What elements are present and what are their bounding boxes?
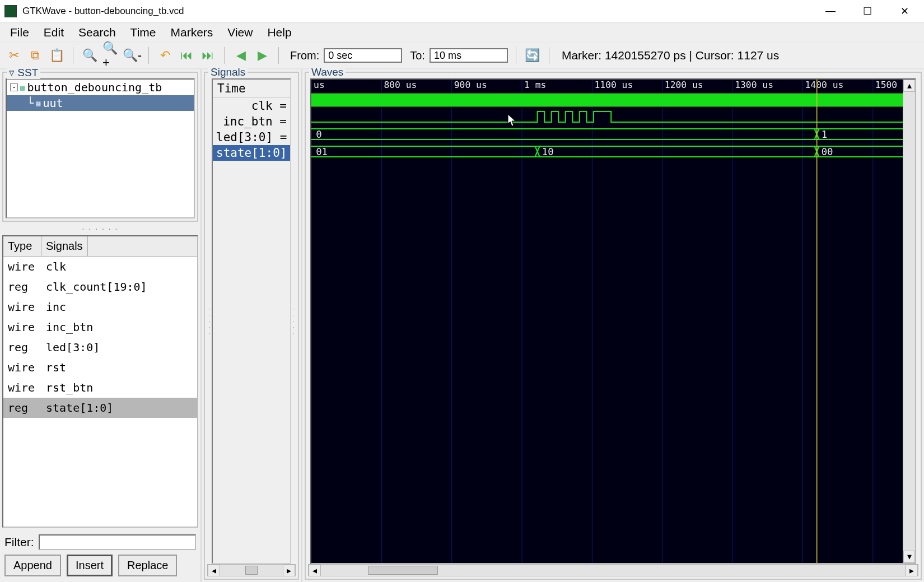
scroll-left-icon[interactable]: ◂: [309, 565, 321, 576]
signal-type: wire: [8, 260, 46, 273]
reload-icon[interactable]: 🔄: [524, 47, 541, 64]
table-row[interactable]: wireclk: [3, 257, 197, 277]
scroll-down-icon[interactable]: ▾: [903, 551, 915, 563]
menu-edit[interactable]: Edit: [40, 25, 67, 40]
sst-column: ▿ SST - ▦ button_debouncing_tb └ ▦ uut ·…: [0, 69, 202, 582]
scroll-left-icon[interactable]: ◂: [208, 565, 220, 576]
to-label: To:: [410, 49, 425, 62]
signals-column: Signals ····· Time clk =inc_btn =led[3:0…: [202, 69, 302, 582]
paste-icon[interactable]: 📋: [48, 47, 65, 64]
signal-list-item[interactable]: led[3:0] =: [213, 129, 290, 145]
signal-list-item[interactable]: state[1:0] =: [213, 145, 290, 161]
minimize-button[interactable]: —: [822, 5, 839, 17]
table-row[interactable]: regclk_count[19:0]: [3, 277, 197, 297]
maximize-button[interactable]: ☐: [859, 5, 876, 17]
svg-text:us: us: [314, 80, 325, 90]
signal-type: wire: [8, 320, 46, 334]
table-row[interactable]: regstate[1:0]: [3, 398, 197, 418]
signal-type: wire: [8, 361, 46, 374]
zoom-fit-icon[interactable]: 🔍: [81, 47, 98, 64]
tree-root[interactable]: - ▦ button_debouncing_tb: [7, 80, 194, 95]
vsplit-handle-right[interactable]: ·····: [291, 78, 296, 564]
table-row[interactable]: wireinc: [3, 297, 197, 317]
tree-expand-icon[interactable]: -: [10, 83, 18, 91]
marker-cursor-status: Marker: 1420155270 ps | Cursor: 1127 us: [562, 49, 779, 62]
signal-list-item[interactable]: clk =: [213, 98, 290, 114]
svg-text:800 us: 800 us: [384, 80, 417, 90]
signal-type: wire: [8, 381, 46, 394]
zoom-in-icon[interactable]: 🔍+: [102, 47, 119, 64]
from-label: From:: [290, 49, 319, 62]
table-row[interactable]: wireinc_btn: [3, 317, 197, 337]
svg-text:1300 us: 1300 us: [735, 80, 773, 90]
waves-hscroll[interactable]: ◂ ▸: [308, 564, 918, 576]
signal-name: state[1:0]: [46, 401, 113, 415]
table-row[interactable]: wirerst_btn: [3, 378, 197, 398]
prev-edge-icon[interactable]: ◀: [232, 47, 249, 64]
signals-hscroll[interactable]: ◂ ▸: [207, 564, 296, 576]
append-button[interactable]: Append: [4, 555, 61, 576]
menu-markers[interactable]: Markers: [167, 25, 216, 40]
signal-name: rst_btn: [46, 381, 93, 394]
app-icon: [4, 5, 17, 17]
signal-type: reg: [8, 341, 46, 354]
goto-start-icon[interactable]: ⏮: [178, 47, 195, 64]
module-icon: ▦: [36, 99, 40, 108]
scroll-right-icon[interactable]: ▸: [283, 565, 295, 576]
wave-canvas[interactable]: us800 us900 us1 ms1100 us1200 us1300 us1…: [310, 78, 916, 564]
waves-panel-title: Waves: [309, 66, 346, 78]
th-type[interactable]: Type: [3, 236, 41, 256]
tree-child[interactable]: └ ▦ uut: [7, 95, 194, 111]
replace-button[interactable]: Replace: [118, 555, 177, 576]
sst-signal-table[interactable]: Type Signals wireclkregclk_count[19:0]wi…: [2, 235, 198, 528]
svg-text:1 ms: 1 ms: [524, 80, 546, 90]
signal-name: clk_count[19:0]: [46, 280, 147, 294]
signal-list-item[interactable]: inc_btn =: [213, 114, 290, 129]
menu-search[interactable]: Search: [75, 25, 119, 40]
table-row[interactable]: wirerst: [3, 357, 197, 378]
svg-text:1100 us: 1100 us: [594, 80, 633, 90]
svg-text:00: 00: [822, 146, 833, 157]
signal-name: clk: [46, 260, 66, 273]
th-signals[interactable]: Signals: [41, 236, 88, 256]
to-input[interactable]: [430, 48, 508, 63]
signal-type: reg: [8, 401, 46, 415]
signal-name-list[interactable]: Time clk =inc_btn =led[3:0] =state[1:0] …: [212, 78, 291, 564]
copy-icon[interactable]: ⧉: [27, 47, 44, 64]
svg-text:1400 us: 1400 us: [805, 80, 844, 90]
svg-text:900 us: 900 us: [454, 80, 487, 90]
signal-name: inc_btn: [46, 320, 93, 334]
scroll-up-icon[interactable]: ▴: [903, 80, 915, 92]
insert-button[interactable]: Insert: [67, 555, 113, 576]
menu-file[interactable]: File: [7, 25, 32, 40]
main-area: ▿ SST - ▦ button_debouncing_tb └ ▦ uut ·…: [0, 69, 924, 582]
zoom-out-icon[interactable]: 🔍-: [124, 47, 141, 64]
from-input[interactable]: [324, 48, 402, 63]
next-edge-icon[interactable]: ▶: [254, 47, 270, 64]
signal-name: rst: [46, 361, 66, 374]
scroll-right-icon[interactable]: ▸: [906, 565, 918, 576]
vsplit-handle-left[interactable]: ·····: [207, 78, 212, 564]
goto-end-icon[interactable]: ⏭: [199, 47, 216, 64]
module-icon: ▦: [20, 83, 25, 92]
svg-rect-19: [311, 93, 915, 107]
signal-name: inc: [46, 300, 66, 314]
cut-icon[interactable]: ✂: [6, 47, 22, 64]
window-title: GTKWave - button-debouncing_tb.vcd: [22, 6, 184, 17]
sst-tree[interactable]: - ▦ button_debouncing_tb └ ▦ uut: [6, 78, 195, 218]
waves-vscroll[interactable]: ▴ ▾: [903, 80, 915, 563]
menu-help[interactable]: Help: [264, 25, 295, 40]
svg-text:0: 0: [316, 129, 321, 140]
menu-time[interactable]: Time: [127, 25, 160, 40]
table-row[interactable]: regled[3:0]: [3, 337, 197, 357]
filter-label: Filter:: [4, 536, 34, 549]
undo-icon[interactable]: ↶: [157, 47, 174, 64]
signal-type: reg: [8, 280, 46, 294]
tree-root-label: button_debouncing_tb: [27, 81, 162, 94]
menu-view[interactable]: View: [224, 25, 256, 40]
signals-panel-title: Signals: [208, 66, 248, 78]
hsplit-handle[interactable]: · · · · · ·: [0, 224, 200, 233]
close-button[interactable]: ✕: [896, 5, 913, 17]
signal-type: wire: [8, 300, 46, 314]
filter-input[interactable]: [39, 534, 197, 550]
